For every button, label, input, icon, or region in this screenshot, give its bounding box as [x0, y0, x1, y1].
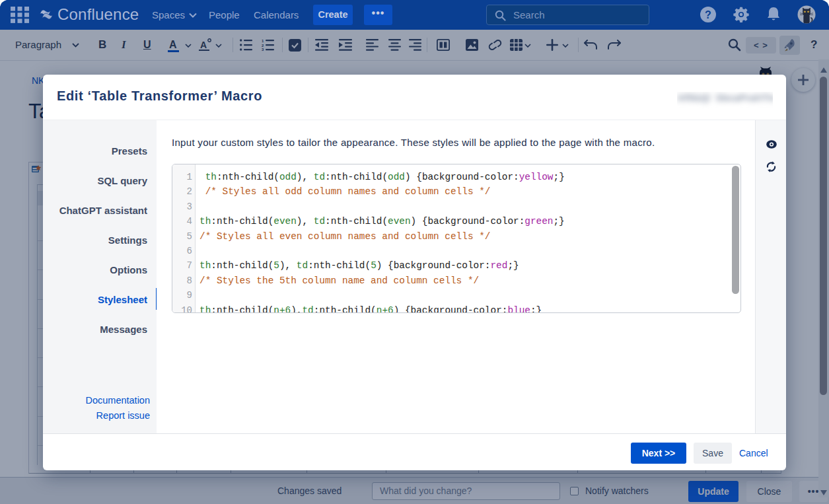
svg-text:?: ?	[705, 9, 711, 20]
